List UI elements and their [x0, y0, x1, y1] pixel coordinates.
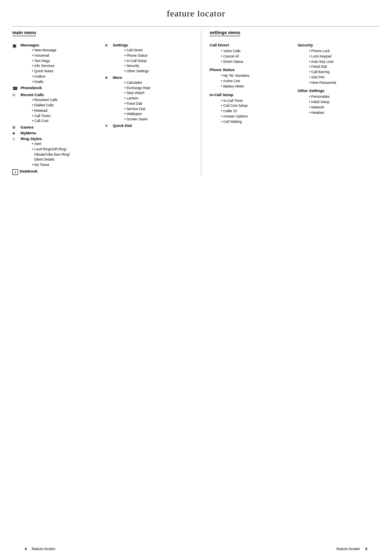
security-heading: Security	[297, 43, 377, 47]
list-item: Battery Meter	[221, 84, 289, 89]
datebook-label: Datebook	[20, 169, 37, 173]
list-item: Outbox	[32, 74, 56, 79]
recent-calls-item: ⊙ Recent Calls Received Calls Dialled Ca…	[12, 92, 97, 124]
ring-styles-sublist: Alert Loud Ring/Soft Ring/ Vibrate/Vibe …	[32, 141, 70, 168]
other-settings-list: Personalise Initial Setup Network Headse…	[309, 94, 377, 115]
list-item: Text Msgs	[32, 58, 56, 64]
left-page: main menu ▣ Messages New Message Voicema…	[12, 30, 189, 176]
list-item: Call Cost	[32, 118, 58, 124]
more-icon: ⊗	[105, 76, 113, 80]
in-call-setup-list: In-Call Timer Call Cost Setup Caller ID …	[221, 98, 289, 124]
list-item: Lock Keypad	[309, 54, 377, 59]
list-item: Phone Status	[125, 53, 149, 58]
list-item: Call Times	[32, 113, 58, 119]
list-item: Lantern	[125, 96, 150, 101]
list-item: Notepad	[32, 108, 58, 113]
footer-left-text: feature locator	[32, 547, 56, 551]
list-item: Call Cost Setup	[221, 103, 289, 108]
recent-calls-icon: ⊙	[12, 93, 21, 97]
ring-styles-item: ◇ Ring Styles Alert Loud Ring/Soft Ring/…	[12, 136, 97, 168]
settings-menu-right-col: Security Phone Lock Lock Keypad Auto Key…	[297, 43, 377, 127]
list-item: Active Line	[221, 78, 289, 84]
list-item: Drafts	[32, 79, 56, 85]
main-menu-right-col: ⊛ Settings Call Divert Phone Status In-C…	[105, 43, 189, 176]
list-item: Personalise	[309, 94, 377, 99]
list-item: Headset	[309, 110, 377, 115]
messages-item: ▣ Messages New Message Voicemail Text Ms…	[12, 43, 97, 84]
other-settings-heading: Other Settings	[297, 88, 377, 93]
list-item: In-Call Timer	[221, 98, 289, 104]
list-item: Initial Setup	[309, 99, 377, 105]
list-item: Exchange Rate	[125, 85, 150, 91]
list-item: Received Calls	[32, 97, 58, 103]
settings-menu-title: settings menu	[210, 30, 240, 36]
ring-styles-icon: ◇	[12, 137, 21, 141]
list-item: New Passwords	[309, 80, 377, 85]
list-item: Auto Key Lock	[309, 59, 377, 64]
list-item: Fixed Dial	[125, 101, 150, 106]
list-item: Call Barring	[309, 69, 377, 75]
settings-sublist: Call Divert Phone Status In-Call Setup S…	[125, 48, 149, 74]
list-item: My Tones	[32, 162, 70, 168]
list-item: Divert Status	[221, 59, 289, 64]
page-num-left: 4	[25, 547, 27, 551]
settings-label: Settings	[113, 43, 128, 47]
datebook-icon: 1	[12, 169, 18, 175]
in-call-setup-group: In-Call Setup In-Call Timer Call Cost Se…	[210, 92, 289, 124]
list-item: My Tel. Numbers	[221, 73, 289, 78]
list-item: Security	[125, 63, 149, 69]
list-item: Other Settings	[125, 69, 149, 74]
page-title: feature locator	[12, 8, 380, 19]
more-label: More	[113, 75, 122, 80]
messages-icon: ▣	[12, 43, 21, 48]
list-item: Phone Lock	[309, 48, 377, 54]
games-icon: ⊞	[12, 125, 21, 129]
list-item: Service Dial	[125, 106, 150, 112]
list-item: Voice Calls	[221, 48, 289, 54]
phonebook-item: ☎ Phonebook	[12, 85, 97, 91]
security-group: Security Phone Lock Lock Keypad Auto Key…	[297, 43, 377, 85]
messages-sublist: New Message Voicemail Text Msgs Info Ser…	[32, 48, 56, 84]
list-item: Dialled Calls	[32, 103, 58, 108]
call-divert-list: Voice Calls Cancel All Divert Status	[221, 48, 289, 64]
footer-left: 4 feature locator	[25, 547, 55, 551]
phone-status-heading: Phone Status	[210, 67, 289, 72]
other-settings-group: Other Settings Personalise Initial Setup…	[297, 88, 377, 115]
list-item: Network	[309, 105, 377, 110]
list-item: Fixed Dial	[309, 64, 377, 69]
messages-label: Messages	[21, 43, 39, 47]
quick-dial-label: Quick Dial	[113, 123, 132, 128]
games-item: ⊞ Games	[12, 125, 97, 129]
list-item: Info Services	[32, 63, 56, 69]
recent-calls-label: Recent Calls	[21, 92, 44, 97]
phonebook-label: Phonebook	[21, 85, 42, 90]
games-label: Games	[21, 125, 34, 129]
mymenu-item: ◈ MyMenu	[12, 131, 97, 135]
list-item: Quick Notes	[32, 69, 56, 74]
ring-styles-label: Ring Styles	[21, 136, 42, 141]
phone-status-group: Phone Status My Tel. Numbers Active Line…	[210, 67, 289, 89]
list-item: Alert	[32, 141, 70, 147]
list-item: Call Waiting	[221, 119, 289, 124]
main-menu-title: main menu	[12, 30, 36, 36]
in-call-setup-heading: In-Call Setup	[210, 92, 289, 97]
security-list: Phone Lock Lock Keypad Auto Key Lock Fix…	[309, 48, 377, 85]
list-item: Calculator	[125, 80, 150, 85]
list-item: Voicemail	[32, 53, 56, 58]
datebook-item: 1 Datebook	[12, 169, 97, 175]
more-sublist: Calculator Exchange Rate Stop Watch Lant…	[125, 80, 150, 122]
list-item: Cancel All	[221, 54, 289, 59]
call-divert-heading: Call Divert	[210, 43, 289, 47]
list-item: Call Divert	[125, 48, 149, 53]
footer-right: feature locator 5	[337, 547, 367, 551]
call-divert-group: Call Divert Voice Calls Cancel All Diver…	[210, 43, 289, 64]
right-page: settings menu Call Divert Voice Calls Ca…	[201, 30, 377, 176]
more-item: ⊗ More Calculator Exchange Rate Stop Wat…	[105, 75, 189, 122]
mymenu-label: MyMenu	[21, 131, 36, 135]
list-item: Screen Saver	[125, 117, 150, 122]
footer-right-text: feature locator	[337, 547, 360, 551]
quick-dial-icon: ≋	[105, 124, 113, 128]
list-item: SIM PIN	[309, 75, 377, 80]
quick-dial-item: ≋ Quick Dial	[105, 123, 189, 128]
recent-calls-sublist: Received Calls Dialled Calls Notepad Cal…	[32, 97, 58, 124]
